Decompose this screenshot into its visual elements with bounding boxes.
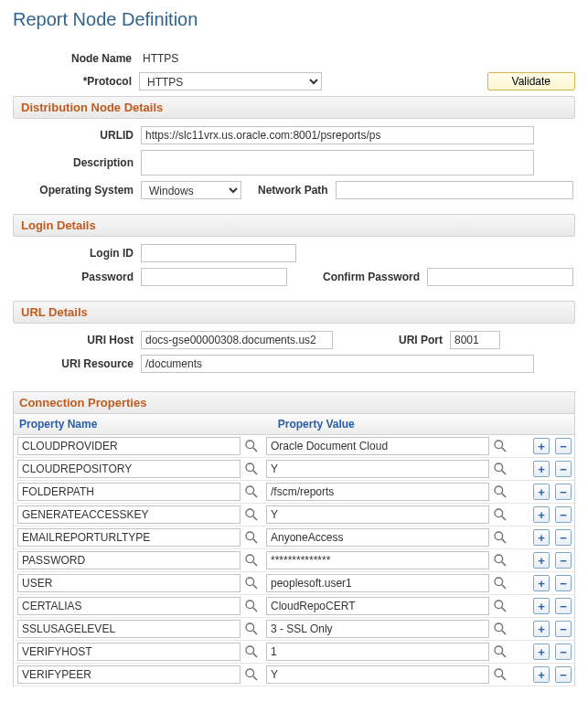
property-value-input[interactable] (266, 574, 489, 592)
lookup-icon[interactable] (492, 621, 508, 637)
lookup-icon[interactable] (243, 529, 260, 546)
confirm-password-input[interactable] (427, 268, 573, 286)
property-name-input[interactable] (17, 597, 241, 615)
add-row-button[interactable]: + (533, 666, 550, 683)
add-row-button[interactable]: + (533, 621, 550, 637)
col-property-name[interactable]: Property Name (14, 414, 251, 434)
property-value-input[interactable] (266, 505, 489, 524)
delete-row-button[interactable]: − (555, 644, 572, 660)
svg-line-21 (253, 562, 257, 566)
svg-line-9 (253, 494, 257, 497)
uri-host-input[interactable] (141, 331, 333, 349)
delete-row-button[interactable]: − (555, 598, 572, 614)
validate-button[interactable]: Validate (487, 72, 575, 90)
property-name-input[interactable] (17, 437, 241, 455)
os-select[interactable]: Windows (141, 181, 241, 199)
svg-line-1 (253, 448, 257, 452)
col-property-value[interactable]: Property Value (273, 414, 509, 434)
lookup-icon[interactable] (243, 506, 260, 523)
delete-row-button[interactable]: − (555, 461, 572, 477)
property-name-input[interactable] (17, 643, 241, 661)
add-row-button[interactable]: + (533, 529, 550, 546)
lookup-icon[interactable] (492, 666, 508, 683)
svg-line-35 (502, 631, 506, 634)
lookup-icon[interactable] (243, 552, 260, 569)
svg-point-16 (246, 532, 254, 540)
property-name-input[interactable] (17, 483, 241, 501)
add-row-button[interactable]: + (533, 644, 550, 660)
property-name-input[interactable] (17, 460, 241, 478)
login-id-input[interactable] (141, 244, 296, 262)
property-name-input[interactable] (17, 505, 241, 524)
property-name-input[interactable] (17, 665, 241, 684)
lookup-icon[interactable] (492, 484, 508, 500)
page-title: Report Node Definition (13, 9, 575, 30)
property-name-input[interactable] (17, 528, 241, 547)
lookup-icon[interactable] (243, 666, 260, 683)
svg-line-19 (502, 539, 506, 543)
table-row: +− (14, 504, 575, 526)
svg-point-28 (246, 601, 254, 609)
urlid-input[interactable] (141, 126, 534, 144)
svg-point-42 (495, 669, 503, 677)
property-name-input[interactable] (17, 620, 241, 638)
lookup-icon[interactable] (243, 484, 260, 500)
property-value-input[interactable] (266, 528, 489, 547)
delete-row-button[interactable]: − (555, 438, 572, 454)
add-row-button[interactable]: + (533, 438, 550, 454)
table-row: +− (14, 435, 575, 458)
property-value-input[interactable] (266, 597, 489, 615)
add-row-button[interactable]: + (533, 552, 550, 569)
delete-row-button[interactable]: − (555, 484, 572, 500)
protocol-select[interactable]: HTTPS (139, 72, 322, 90)
property-value-input[interactable] (266, 665, 489, 684)
lookup-icon[interactable] (243, 621, 260, 637)
property-value-input[interactable] (266, 643, 489, 661)
add-row-button[interactable]: + (533, 461, 550, 477)
svg-point-24 (246, 578, 254, 586)
delete-row-button[interactable]: − (555, 506, 572, 523)
urlid-label: URLID (15, 129, 141, 142)
svg-point-20 (246, 555, 254, 563)
password-input[interactable] (141, 268, 287, 286)
lookup-icon[interactable] (492, 644, 508, 660)
property-value-input[interactable] (266, 437, 489, 455)
svg-line-33 (253, 631, 257, 634)
property-name-input[interactable] (17, 574, 241, 592)
lookup-icon[interactable] (243, 438, 260, 454)
uri-port-label: URI Port (333, 334, 450, 346)
add-row-button[interactable]: + (533, 598, 550, 614)
svg-line-27 (502, 585, 506, 589)
lookup-icon[interactable] (492, 506, 508, 523)
svg-line-31 (502, 608, 506, 612)
lookup-icon[interactable] (492, 552, 508, 569)
add-row-button[interactable]: + (533, 575, 550, 591)
lookup-icon[interactable] (492, 461, 508, 477)
lookup-icon[interactable] (492, 598, 508, 614)
lookup-icon[interactable] (243, 575, 260, 591)
svg-line-41 (253, 676, 257, 680)
uri-resource-input[interactable] (141, 355, 534, 373)
property-value-input[interactable] (266, 483, 489, 501)
lookup-icon[interactable] (492, 575, 508, 591)
lookup-icon[interactable] (492, 529, 508, 546)
property-value-input[interactable] (266, 460, 489, 478)
delete-row-button[interactable]: − (555, 552, 572, 569)
lookup-icon[interactable] (243, 598, 260, 614)
lookup-icon[interactable] (243, 644, 260, 660)
property-name-input[interactable] (17, 551, 241, 569)
delete-row-button[interactable]: − (555, 575, 572, 591)
add-row-button[interactable]: + (533, 484, 550, 500)
delete-row-button[interactable]: − (555, 666, 572, 683)
delete-row-button[interactable]: − (555, 621, 572, 637)
lookup-icon[interactable] (492, 438, 508, 454)
delete-row-button[interactable]: − (555, 529, 572, 546)
add-row-button[interactable]: + (533, 506, 550, 523)
network-path-input[interactable] (336, 181, 573, 199)
uri-port-input[interactable] (450, 331, 500, 349)
lookup-icon[interactable] (243, 461, 260, 477)
property-value-input[interactable] (266, 620, 489, 638)
property-value-input[interactable] (266, 551, 489, 569)
description-input[interactable] (141, 150, 534, 176)
table-row: +− (14, 641, 575, 664)
